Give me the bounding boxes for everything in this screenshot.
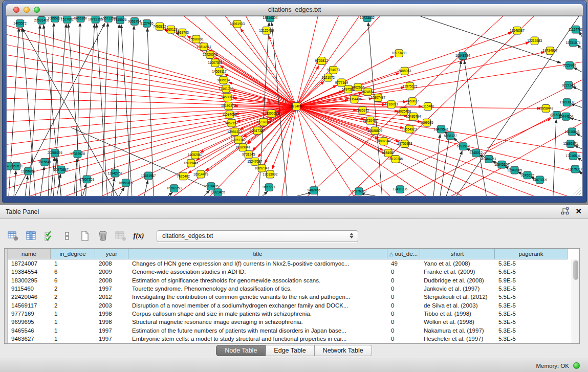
column-header-pagerank[interactable]: pagerank xyxy=(495,249,568,259)
graph-node[interactable]: 16961903 xyxy=(230,20,245,28)
graph-node[interactable]: 13451947 xyxy=(141,172,156,180)
table-row[interactable]: 946554611997Estimation of the future num… xyxy=(8,326,572,334)
tab-edge-table[interactable]: Edge Table xyxy=(266,345,314,356)
graph-node[interactable]: 27691406 xyxy=(34,16,49,24)
graph-node[interactable]: 15751074 xyxy=(565,39,580,47)
graph-node[interactable]: 2405572 xyxy=(13,19,27,27)
graph-node[interactable]: 12411036 xyxy=(393,186,407,193)
row-tools-icon[interactable] xyxy=(60,229,74,243)
network-canvas[interactable]: 2405572276914061065528715276026466160107… xyxy=(6,16,583,196)
table-row[interactable]: 1872400712008Changes of HCN gene express… xyxy=(8,259,572,268)
tab-node-table[interactable]: Node Table xyxy=(216,345,266,356)
graph-node[interactable]: 8127465 xyxy=(140,19,154,27)
table-row[interactable]: 911546021997Tourette syndrome. Phenomeno… xyxy=(8,285,572,293)
graph-node[interactable]: 9458003 xyxy=(221,94,234,101)
graph-node[interactable]: 15723632 xyxy=(360,16,375,21)
close-panel-icon[interactable]: ✕ xyxy=(575,207,582,215)
svg-text:10464751: 10464751 xyxy=(482,157,496,161)
graph-node[interactable]: 15958443 xyxy=(538,105,553,113)
column-header-short[interactable]: short xyxy=(420,249,495,259)
table-selector-dropdown[interactable]: citations_edges.txt xyxy=(157,230,358,242)
graph-node[interactable]: 16210643 xyxy=(564,128,579,136)
scrollbar-thumb[interactable] xyxy=(573,260,578,280)
graph-node[interactable]: 10975887 xyxy=(54,166,69,173)
svg-text:1527602: 1527602 xyxy=(61,17,74,21)
column-header-out_de[interactable]: △out_de... xyxy=(387,249,420,259)
vertical-scrollbar[interactable] xyxy=(572,259,579,343)
table-cell: 5.3E-5 xyxy=(495,301,568,309)
graph-node[interactable]: 7485063 xyxy=(398,67,411,75)
graph-node[interactable]: 1621072 xyxy=(322,74,335,81)
graph-node[interactable]: 9115460 xyxy=(421,103,434,111)
table-row[interactable]: 946362711997Embryonic stem cells: a mode… xyxy=(8,335,572,343)
graph-node[interactable]: 16389841 xyxy=(235,144,250,151)
column-header-year[interactable]: year xyxy=(95,249,128,259)
table-cell: 5.3E-5 xyxy=(495,318,568,326)
column-header-title[interactable]: title xyxy=(128,249,387,259)
column-header-in_degree[interactable]: in_degree xyxy=(51,249,95,259)
graph-node[interactable]: 9329966 xyxy=(563,61,576,69)
graph-node[interactable]: 18314304 xyxy=(263,16,277,21)
graph-node[interactable]: 16648784 xyxy=(455,52,470,60)
graph-node[interactable]: 9794073 xyxy=(327,66,340,74)
column-chooser-icon[interactable] xyxy=(24,229,38,243)
graph-node[interactable]: 16914479 xyxy=(193,170,208,178)
graph-node[interactable]: 5938127 xyxy=(444,132,457,140)
svg-text:19013092: 19013092 xyxy=(263,172,277,176)
graph-node[interactable]: 9806514 xyxy=(217,76,230,84)
graph-node[interactable]: 10196372 xyxy=(221,102,236,110)
select-attributes-icon[interactable] xyxy=(42,229,56,243)
svg-text:9657771: 9657771 xyxy=(263,186,276,189)
graph-node[interactable]: 19734937 xyxy=(542,47,557,55)
table-row[interactable]: 2242004622012Investigating the contribut… xyxy=(8,293,572,301)
graph-node[interactable]: 12213983 xyxy=(527,37,542,45)
graph-node[interactable]: 12975115 xyxy=(403,82,418,90)
minimize-window-icon[interactable] xyxy=(24,7,30,13)
table-row[interactable]: 1456911722003Disruption of a novel membe… xyxy=(8,301,572,309)
function-builder-icon[interactable]: f(x) xyxy=(132,229,146,243)
graph-node[interactable]: 15892971 xyxy=(563,140,578,148)
network-window[interactable]: citations_edges.txt 24055722769140610655… xyxy=(2,0,587,203)
graph-node[interactable]: 16782753 xyxy=(167,185,182,192)
graph-node[interactable]: 9657771 xyxy=(263,184,276,191)
graph-node[interactable]: 11548087 xyxy=(510,27,525,34)
graph-node[interactable]: 11124760 xyxy=(569,26,582,33)
svg-text:7462606: 7462606 xyxy=(352,85,365,89)
graph-node[interactable]: 10688609 xyxy=(367,127,382,135)
new-table-icon[interactable] xyxy=(78,229,92,243)
graph-node[interactable]: 10025458 xyxy=(396,107,411,115)
svg-text:10947327: 10947327 xyxy=(250,129,265,133)
table-cell: Dudbridge et al. (2008) xyxy=(420,276,495,285)
graph-node[interactable]: 14873209 xyxy=(532,176,547,184)
table-row[interactable]: 969969511998Structural magnetic resonanc… xyxy=(8,318,572,326)
column-header-name[interactable]: name xyxy=(8,249,51,259)
graph-node[interactable]: 13942757 xyxy=(107,169,122,177)
graph-node[interactable]: 18300295 xyxy=(264,110,279,117)
graph-node[interactable]: 7986372 xyxy=(356,106,369,114)
graph-node[interactable]: 9731245 xyxy=(242,151,255,159)
delete-table-icon[interactable] xyxy=(96,229,110,243)
table-row[interactable]: 1830029562008Estimation of significance … xyxy=(8,276,572,285)
graph-node[interactable]: 17957253 xyxy=(79,176,94,183)
graph-node[interactable]: 9227343 xyxy=(562,81,575,89)
graph-node[interactable]: 10807487 xyxy=(371,94,385,102)
network-window-titlebar[interactable]: citations_edges.txt xyxy=(6,4,583,16)
float-panel-icon[interactable] xyxy=(561,207,569,215)
graph-node[interactable]: 17016504 xyxy=(565,152,580,160)
graph-node[interactable]: 12161753 xyxy=(219,85,233,93)
table-row[interactable]: 977716911998Corpus callosum shape and si… xyxy=(8,310,572,318)
citation-graph[interactable]: 2405572276914061065528715276026466160107… xyxy=(7,16,582,196)
table-settings-icon[interactable] xyxy=(6,229,20,243)
graph-node[interactable]: 5919703 xyxy=(176,29,189,36)
table-row[interactable]: 1938455462009Genome-wide association stu… xyxy=(8,268,572,276)
graph-node[interactable]: 16409541 xyxy=(434,125,449,133)
graph-node[interactable]: 15495794 xyxy=(406,113,421,120)
graph-node[interactable]: 1527602 xyxy=(61,16,74,23)
close-window-icon[interactable] xyxy=(13,7,19,13)
table-cell: Corpus callosum shape and size in male p… xyxy=(128,310,387,318)
zoom-window-icon[interactable] xyxy=(34,7,40,13)
graph-node[interactable]: 9699695 xyxy=(420,119,433,126)
graph-node[interactable]: 9361754 xyxy=(128,17,141,25)
graph-node[interactable]: 6466160 xyxy=(74,16,88,22)
tab-network-table[interactable]: Network Table xyxy=(315,345,372,356)
